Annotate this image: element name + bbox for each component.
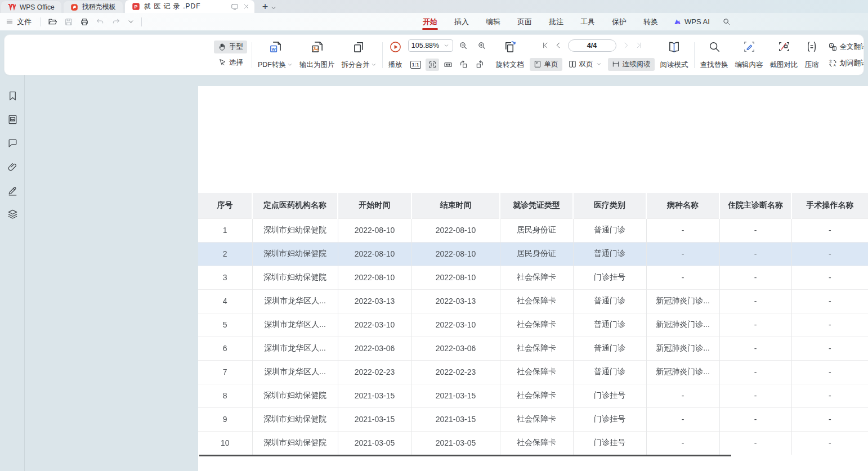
split-merge-button[interactable]: 拆分合并	[341, 39, 378, 71]
table-cell: -	[719, 384, 791, 407]
menu-search-icon[interactable]	[717, 17, 736, 26]
table-cell: 深圳市龙华区人...	[252, 289, 338, 313]
comments-panel-button[interactable]	[6, 137, 19, 150]
thumbnails-icon	[7, 114, 18, 125]
menu-edit[interactable]: 编辑	[477, 13, 509, 30]
bookmarks-panel-button[interactable]	[6, 89, 19, 102]
menu-home[interactable]: 开始	[414, 13, 446, 30]
full-text-translate-button[interactable]: A 文 全文翻译	[825, 41, 864, 53]
rotate-left-button[interactable]	[457, 59, 471, 71]
table-cell: -	[791, 242, 868, 266]
zoom-level-select[interactable]: 105.88%	[408, 39, 453, 52]
table-cell: -	[791, 289, 868, 313]
new-tab-button[interactable]: +	[262, 2, 269, 12]
zoom-out-button[interactable]	[455, 41, 472, 50]
table-cell: 新冠肺炎门诊...	[646, 337, 719, 360]
rotate-left-icon	[459, 60, 468, 69]
table-row: 5 深圳市龙华区人... 2022-03-10 2022-03-10 社会保障卡…	[198, 313, 868, 337]
page-indicator-input[interactable]: 4/4	[568, 39, 616, 52]
fit-width-button[interactable]	[441, 59, 455, 71]
edit-content-button[interactable]: 编辑内容	[734, 39, 764, 71]
table-cell: -	[791, 431, 868, 455]
hand-tool-button[interactable]: 手型	[214, 41, 247, 53]
find-replace-button[interactable]: 查找替换	[699, 39, 730, 71]
table-cell: -	[719, 337, 791, 360]
menu-insert[interactable]: 插入	[446, 13, 477, 30]
tab-document-active[interactable]: P 就 医 记 录 .PDF	[125, 0, 254, 13]
tab-list-chevron-icon[interactable]	[270, 5, 277, 11]
screenshot-compare-button[interactable]: 截图对比	[769, 39, 799, 71]
layers-panel-button[interactable]	[6, 208, 19, 221]
print-button[interactable]	[77, 16, 92, 28]
word-translate-button[interactable]: 文 A 划词翻译	[825, 57, 864, 70]
single-page-button[interactable]: 单页	[530, 58, 562, 71]
table-cell: -	[646, 407, 719, 431]
reading-mode-button[interactable]: 阅读模式	[659, 39, 690, 71]
table-cell: 社会保障卡	[500, 337, 573, 360]
redo-button[interactable]	[108, 16, 124, 28]
menu-convert[interactable]: 转换	[635, 13, 666, 30]
table-cell: 深圳市妇幼保健院	[252, 266, 338, 289]
hamburger-menu-icon[interactable]	[6, 18, 14, 26]
svg-text:P: P	[134, 4, 137, 10]
eye-protect-monitor-icon[interactable]	[231, 3, 239, 11]
tab-wps-office[interactable]: WPS Office	[1, 1, 61, 13]
pdf-convert-button[interactable]: W PDF转换	[257, 39, 294, 71]
table-cell: 8	[198, 384, 252, 407]
previous-page-button[interactable]	[552, 42, 565, 49]
tab-docer-templates[interactable]: 找稻壳模板	[64, 1, 123, 13]
menu-annotate[interactable]: 批注	[540, 13, 572, 30]
table-row: 4 深圳市龙华区人... 2022-03-13 2022-03-13 社会保障卡…	[198, 289, 868, 313]
wps-ai-button[interactable]: WPS AI	[666, 17, 717, 26]
table-cell: 2022-03-10	[338, 313, 411, 337]
rotate-right-button[interactable]	[473, 59, 486, 71]
first-page-button[interactable]	[539, 42, 552, 49]
save-button[interactable]	[61, 16, 77, 28]
table-row: 2 深圳市妇幼保健院 2022-08-10 2022-08-10 居民身份证 普…	[198, 242, 868, 266]
column-header: 开始时间	[338, 193, 411, 218]
menu-page[interactable]: 页面	[509, 13, 540, 30]
table-cell: 10	[198, 431, 252, 455]
continuous-reading-icon	[612, 60, 620, 68]
table-cell: -	[719, 242, 791, 266]
double-page-button[interactable]: 双页	[565, 58, 606, 71]
menu-protect[interactable]: 保护	[603, 13, 635, 30]
quickbar-more-chevron-icon[interactable]	[124, 16, 138, 27]
continuous-reading-button[interactable]: 连续阅读	[608, 58, 655, 71]
zoom-in-button[interactable]	[473, 41, 490, 50]
column-header: 病种名称	[646, 193, 719, 218]
table-cell: 社会保障卡	[500, 360, 573, 384]
thumbnails-panel-button[interactable]	[6, 113, 19, 126]
table-header-row: 序号 定点医药机构名称 开始时间 结束时间 就诊凭证类型 医疗类别 病种名称 住…	[198, 193, 868, 218]
export-as-image-button[interactable]: 输出为图片	[298, 39, 336, 71]
tab-close-icon[interactable]	[243, 3, 250, 10]
chevron-down-icon	[444, 43, 449, 48]
table-cell: 社会保障卡	[500, 407, 573, 431]
file-menu-button[interactable]: 文件	[17, 17, 32, 27]
next-page-button[interactable]	[620, 42, 633, 49]
menu-tools[interactable]: 工具	[572, 13, 603, 30]
table-cell: 新冠肺炎门诊...	[646, 360, 719, 384]
table-cell: 2022-08-10	[338, 266, 411, 289]
table-cell: 2021-03-05	[411, 431, 500, 455]
table-cell: 居民身份证	[500, 218, 573, 242]
pdf-file-icon: P	[132, 2, 140, 11]
signature-panel-button[interactable]	[6, 184, 19, 197]
play-button[interactable]: 播放	[387, 39, 404, 71]
last-page-button[interactable]	[633, 42, 646, 49]
fit-page-button[interactable]	[426, 59, 439, 71]
select-tool-button[interactable]: 选择	[214, 56, 247, 69]
table-cell: -	[719, 218, 791, 242]
table-cell: 门诊挂号	[573, 407, 646, 431]
rotate-document-button[interactable]: 旋转文档	[495, 39, 525, 71]
toolbar-divider	[252, 42, 252, 68]
compress-button[interactable]: 压缩	[804, 39, 820, 71]
attachments-panel-button[interactable]	[6, 160, 19, 173]
table-cell: -	[791, 313, 868, 337]
double-page-icon	[569, 60, 576, 68]
column-header: 医疗类别	[573, 193, 646, 218]
open-file-button[interactable]	[44, 15, 61, 28]
svg-text:W: W	[271, 46, 276, 51]
undo-button[interactable]	[92, 16, 108, 28]
actual-size-button[interactable]: 1:1	[408, 59, 423, 70]
